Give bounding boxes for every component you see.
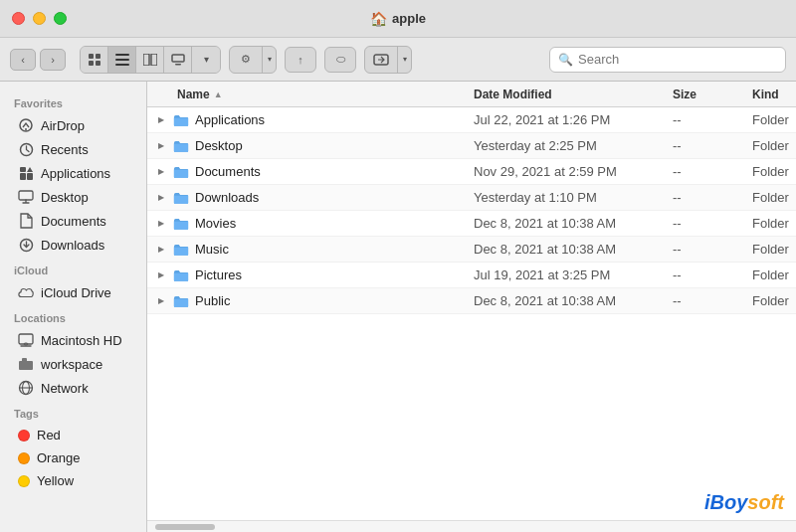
gear-dropdown-arrow[interactable]: ▾	[262, 47, 276, 73]
sidebar-item-desktop[interactable]: Desktop	[4, 185, 142, 209]
expand-arrow[interactable]: ▶	[155, 295, 167, 307]
sidebar-applications-label: Applications	[41, 166, 110, 181]
forward-button[interactable]: ›	[40, 49, 66, 71]
file-name-cell: ▶ Pictures	[147, 267, 466, 282]
tag-button[interactable]: ⬭	[324, 47, 356, 73]
more-actions-button[interactable]: ▾	[364, 46, 412, 74]
expand-arrow[interactable]: ▶	[155, 269, 167, 281]
table-row[interactable]: ▶ Documents Nov 29, 2021 at 2:59 PM -- F…	[147, 159, 796, 185]
recents-icon	[18, 141, 34, 157]
sidebar-item-yellow[interactable]: Yellow	[4, 469, 142, 492]
sidebar-item-downloads[interactable]: Downloads	[4, 233, 142, 257]
folder-icon	[173, 243, 189, 257]
svg-rect-1	[96, 54, 100, 59]
macintosh-hd-icon	[18, 332, 34, 348]
svg-rect-2	[89, 61, 94, 66]
documents-icon	[18, 213, 34, 229]
table-row[interactable]: ▶ Pictures Jul 19, 2021 at 3:25 PM -- Fo…	[147, 263, 796, 288]
expand-arrow[interactable]: ▶	[155, 166, 167, 178]
file-size-cell: --	[665, 216, 744, 231]
table-row[interactable]: ▶ Downloads Yesterday at 1:10 PM -- Fold…	[147, 185, 796, 211]
sidebar-item-applications[interactable]: Applications	[4, 161, 142, 185]
folder-icon	[173, 113, 189, 127]
size-column-header[interactable]: Size	[665, 88, 744, 101]
date-col-label: Date Modified	[474, 88, 552, 101]
sidebar-item-recents[interactable]: Recents	[4, 137, 142, 161]
svg-point-13	[25, 128, 27, 130]
table-row[interactable]: ▶ Music Dec 8, 2021 at 10:38 AM -- Folde…	[147, 237, 796, 263]
expand-arrow[interactable]: ▶	[155, 140, 167, 152]
view-dropdown-button[interactable]: ▾	[192, 47, 220, 73]
date-column-header[interactable]: Date Modified	[466, 88, 665, 101]
gear-icon[interactable]: ⚙	[230, 47, 262, 73]
kind-column-header[interactable]: Kind	[744, 88, 796, 101]
svg-rect-0	[89, 54, 94, 59]
network-icon	[18, 380, 34, 396]
share-button[interactable]: ↑	[285, 47, 316, 73]
table-row[interactable]: ▶ Public Dec 8, 2021 at 10:38 AM -- Fold…	[147, 288, 796, 314]
expand-arrow[interactable]: ▶	[155, 114, 167, 126]
sidebar-desktop-label: Desktop	[41, 190, 89, 205]
file-size-cell: --	[665, 164, 744, 179]
file-name-text: Applications	[195, 112, 265, 127]
action-gear-button[interactable]: ⚙ ▾	[229, 46, 277, 74]
sidebar-favorites-header: Favorites	[0, 89, 146, 113]
file-name-cell: ▶ Applications	[147, 112, 466, 127]
sidebar-item-workspace[interactable]: workspace	[4, 352, 142, 376]
sidebar-item-icloud-drive[interactable]: iCloud Drive	[4, 280, 142, 304]
downloads-icon	[18, 237, 34, 253]
name-column-header[interactable]: Name ▲	[147, 88, 466, 101]
view-column-button[interactable]	[136, 47, 164, 73]
view-icon-button[interactable]	[81, 47, 108, 73]
sidebar-item-airdrop[interactable]: AirDrop	[4, 113, 142, 137]
table-row[interactable]: ▶ Desktop Yesterday at 2:25 PM -- Folder	[147, 133, 796, 159]
sidebar-icloud-header: iCloud	[0, 257, 146, 280]
expand-arrow[interactable]: ▶	[155, 192, 167, 204]
search-box[interactable]: 🔍	[549, 47, 786, 73]
sidebar-item-red[interactable]: Red	[4, 424, 142, 446]
sidebar-workspace-label: workspace	[41, 357, 102, 372]
view-gallery-button[interactable]	[164, 47, 192, 73]
sort-arrow: ▲	[214, 89, 223, 99]
view-mode-buttons: ▾	[80, 46, 221, 74]
expand-arrow[interactable]: ▶	[155, 218, 167, 230]
back-button[interactable]: ‹	[10, 49, 36, 71]
file-name-text: Movies	[195, 216, 236, 231]
sidebar-item-network[interactable]: Network	[4, 376, 142, 400]
view-list-button[interactable]	[108, 47, 136, 73]
yellow-tag-dot	[18, 475, 30, 487]
svg-rect-17	[20, 167, 26, 172]
maximize-button[interactable]	[54, 12, 67, 25]
file-size-cell: --	[665, 190, 744, 205]
expand-arrow[interactable]: ▶	[155, 244, 167, 256]
close-button[interactable]	[12, 12, 25, 25]
search-input[interactable]	[578, 52, 777, 67]
sidebar-airdrop-label: AirDrop	[41, 118, 85, 133]
sidebar-item-macintosh-hd[interactable]: Macintosh HD	[4, 328, 142, 352]
window-title-text: apple	[392, 11, 426, 26]
svg-rect-6	[115, 64, 129, 66]
svg-rect-19	[19, 191, 33, 200]
airdrop-icon	[18, 117, 34, 133]
horizontal-scrollbar[interactable]	[147, 520, 796, 532]
sidebar-icloud-drive-label: iCloud Drive	[41, 285, 111, 300]
folder-icon	[173, 139, 189, 153]
file-kind-cell: Folder	[744, 242, 796, 257]
window-title: 🏠 apple	[370, 11, 426, 27]
sidebar-locations-header: Locations	[0, 304, 146, 328]
sidebar-red-label: Red	[37, 428, 61, 443]
scroll-thumb[interactable]	[155, 524, 215, 530]
nav-buttons: ‹ ›	[10, 49, 66, 71]
sidebar-item-documents[interactable]: Documents	[4, 209, 142, 233]
title-bar: 🏠 apple	[0, 0, 796, 38]
file-size-cell: --	[665, 267, 744, 282]
table-row[interactable]: ▶ Applications Jul 22, 2021 at 1:26 PM -…	[147, 107, 796, 133]
more-dropdown-arrow[interactable]: ▾	[397, 47, 411, 73]
sidebar-item-orange[interactable]: Orange	[4, 446, 142, 469]
sidebar-macintosh-hd-label: Macintosh HD	[41, 333, 122, 348]
column-headers: Name ▲ Date Modified Size Kind	[147, 82, 796, 107]
minimize-button[interactable]	[33, 12, 46, 25]
table-row[interactable]: ▶ Movies Dec 8, 2021 at 10:38 AM -- Fold…	[147, 211, 796, 237]
more-icon[interactable]	[365, 47, 397, 73]
svg-rect-24	[22, 358, 27, 362]
